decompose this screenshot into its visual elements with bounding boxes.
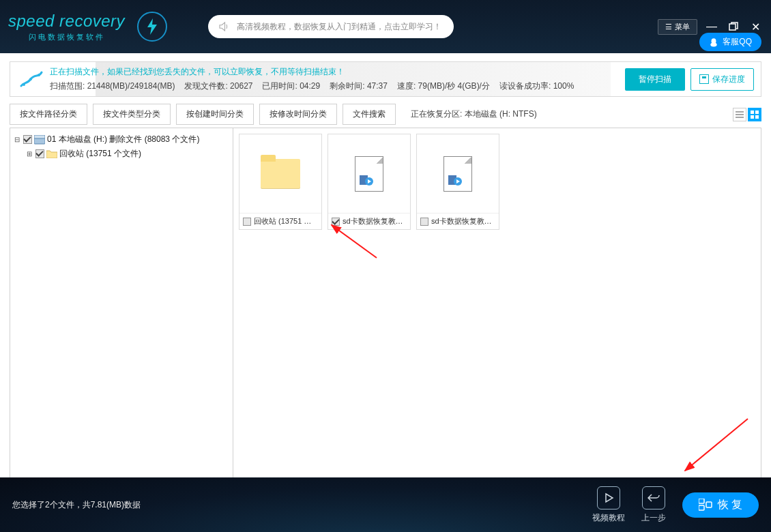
- recover-button[interactable]: 恢 复: [682, 492, 759, 518]
- view-grid-button[interactable]: [748, 108, 761, 121]
- speaker-icon: [218, 20, 230, 33]
- scan-speed: 79(MB)/秒 4(GB)/分: [418, 81, 490, 91]
- svg-rect-20: [706, 502, 712, 507]
- close-button[interactable]: ✕: [748, 19, 763, 34]
- menu-button[interactable]: ☰ 菜单: [658, 19, 697, 35]
- tree-node-root[interactable]: ⊟ 01 本地磁盘 (H:) 删除文件 (88083 个文件): [13, 132, 230, 147]
- tab-by-modified[interactable]: 按修改时间分类: [259, 104, 337, 125]
- bolt-icon: [137, 12, 167, 42]
- tab-file-search[interactable]: 文件搜索: [343, 104, 396, 125]
- logo: speed recovery 闪电数据恢复软件: [8, 12, 167, 42]
- folder-icon: [261, 159, 300, 189]
- qq-icon: [709, 38, 718, 47]
- play-icon: [597, 486, 620, 509]
- back-button[interactable]: 上一步: [641, 486, 666, 524]
- svg-rect-8: [751, 115, 754, 119]
- svg-point-4: [29, 78, 32, 80]
- file-item[interactable]: sd卡数据恢复教…: [328, 134, 411, 230]
- footer: 您选择了2个文件，共7.81(MB)数据 视频教程 上一步 恢 复: [0, 477, 771, 532]
- tree-node-recycle[interactable]: ⊞ 回收站 (13751 个文件): [13, 147, 230, 161]
- svg-rect-19: [699, 505, 704, 510]
- file-label: 回收站 (13751 …: [254, 216, 311, 226]
- tab-by-path[interactable]: 按文件路径分类: [10, 104, 87, 125]
- partition-label: 正在恢复分区: 本地磁盘 (H: NTFS): [411, 108, 537, 120]
- checkbox[interactable]: [243, 218, 251, 226]
- svg-rect-6: [751, 110, 754, 114]
- notice-text: 高清视频教程，数据恢复从入门到精通，点击立即学习！: [237, 21, 441, 33]
- svg-rect-7: [755, 110, 759, 114]
- tab-by-type[interactable]: 按文件类型分类: [93, 104, 171, 125]
- svg-rect-18: [699, 499, 704, 503]
- file-grid: 回收站 (13751 … sd卡数据恢复教… sd卡数据恢复教…: [233, 128, 761, 488]
- titlebar: speed recovery 闪电数据恢复软件 高清视频教程，数据恢复从入门到精…: [0, 0, 771, 53]
- selection-summary: 您选择了2个文件，共7.81(MB)数据: [12, 499, 141, 511]
- tree-label: 回收站 (13751 个文件): [59, 148, 141, 160]
- video-file-icon: [443, 156, 472, 192]
- elapsed-time: 04:29: [300, 81, 320, 91]
- disk-icon: [34, 134, 45, 145]
- qq-support-button[interactable]: 客服QQ: [699, 33, 761, 51]
- svg-rect-0: [729, 24, 736, 30]
- maximize-button[interactable]: [726, 19, 741, 34]
- file-label: sd卡数据恢复教…: [343, 216, 403, 226]
- pause-scan-button[interactable]: 暂停扫描: [625, 68, 685, 91]
- file-label: sd卡数据恢复教…: [431, 216, 492, 226]
- checkbox[interactable]: [23, 135, 32, 144]
- tab-by-created[interactable]: 按创建时间分类: [176, 104, 254, 125]
- recover-icon: [699, 499, 712, 511]
- scan-animation-icon: [17, 65, 44, 93]
- scan-status-panel: 正在扫描文件，如果已经找到您丢失的文件，可以立即恢复，不用等待扫描结束！ 扫描范…: [10, 61, 761, 97]
- svg-rect-11: [34, 135, 45, 138]
- video-tutorial-button[interactable]: 视频教程: [592, 486, 625, 524]
- remain-time: 47:37: [367, 81, 388, 91]
- back-icon: [642, 486, 665, 509]
- folder-icon: [46, 149, 57, 160]
- video-file-icon: [355, 156, 383, 192]
- file-item[interactable]: sd卡数据恢复教…: [416, 134, 499, 230]
- svg-point-2: [711, 42, 717, 46]
- svg-point-5: [38, 74, 40, 76]
- checkbox[interactable]: [35, 149, 44, 158]
- expand-icon[interactable]: ⊞: [27, 150, 33, 158]
- scan-message: 正在扫描文件，如果已经找到您丢失的文件，可以立即恢复，不用等待扫描结束！: [50, 66, 625, 78]
- minimize-button[interactable]: —: [704, 19, 719, 34]
- folder-tree[interactable]: ⊟ 01 本地磁盘 (H:) 删除文件 (88083 个文件) ⊞ 回收站 (1…: [10, 128, 233, 488]
- logo-text: speed recovery: [8, 12, 125, 31]
- save-icon: [699, 74, 709, 84]
- view-list-button[interactable]: [733, 108, 746, 121]
- svg-rect-9: [755, 115, 759, 119]
- save-progress-button[interactable]: 保存进度: [690, 68, 754, 91]
- menu-icon: ☰: [665, 23, 672, 31]
- collapse-icon[interactable]: ⊟: [14, 136, 21, 143]
- file-item[interactable]: 回收站 (13751 …: [239, 134, 322, 230]
- success-rate: 100%: [553, 81, 574, 91]
- tree-label: 01 本地磁盘 (H:) 删除文件 (88083 个文件): [47, 134, 199, 145]
- scan-range: 21448(MB)/249184(MB): [87, 81, 175, 91]
- tutorial-notice[interactable]: 高清视频教程，数据恢复从入门到精通，点击立即学习！: [208, 15, 454, 38]
- classify-tabs: 按文件路径分类 按文件类型分类 按创建时间分类 按修改时间分类 文件搜索 正在恢…: [10, 104, 761, 125]
- checkbox[interactable]: [332, 218, 340, 226]
- svg-point-3: [23, 83, 25, 86]
- found-count: 20627: [230, 81, 252, 91]
- logo-subtitle: 闪电数据恢复软件: [8, 32, 125, 42]
- checkbox[interactable]: [420, 218, 428, 226]
